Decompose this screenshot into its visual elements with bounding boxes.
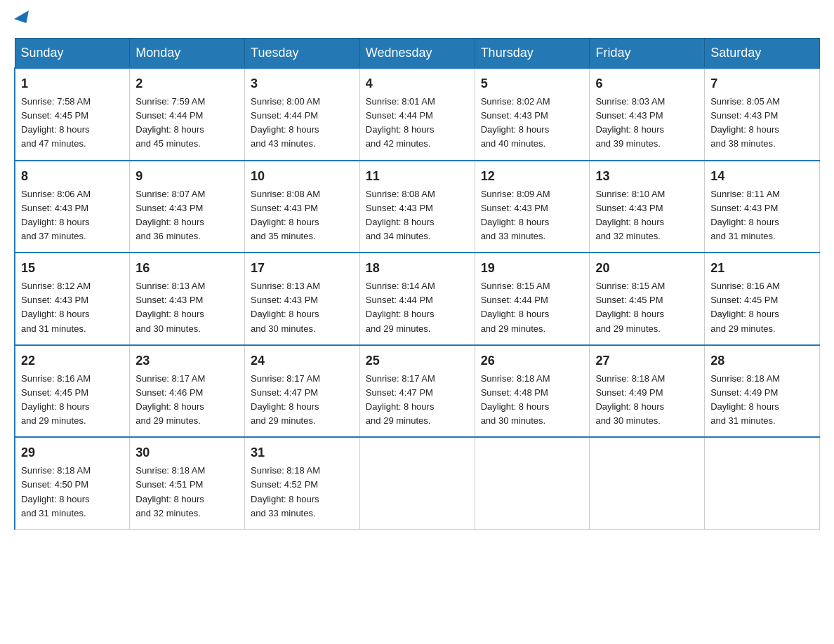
calendar-table: SundayMondayTuesdayWednesdayThursdayFrid… bbox=[14, 38, 820, 530]
day-info: Sunrise: 8:06 AMSunset: 4:43 PMDaylight:… bbox=[21, 189, 91, 241]
calendar-cell: 18Sunrise: 8:14 AMSunset: 4:44 PMDayligh… bbox=[359, 253, 475, 345]
calendar-cell: 2Sunrise: 7:59 AMSunset: 4:44 PMDaylight… bbox=[130, 68, 245, 161]
day-info: Sunrise: 8:10 AMSunset: 4:43 PMDaylight:… bbox=[595, 189, 665, 241]
day-info: Sunrise: 8:11 AMSunset: 4:43 PMDaylight:… bbox=[710, 189, 780, 241]
day-number: 10 bbox=[251, 167, 354, 186]
day-number: 13 bbox=[595, 167, 699, 186]
calendar-cell: 13Sunrise: 8:10 AMSunset: 4:43 PMDayligh… bbox=[590, 161, 705, 253]
day-number: 9 bbox=[135, 167, 239, 186]
calendar-cell: 9Sunrise: 8:07 AMSunset: 4:43 PMDaylight… bbox=[130, 161, 245, 253]
day-number: 18 bbox=[366, 259, 469, 278]
calendar-cell: 21Sunrise: 8:16 AMSunset: 4:45 PMDayligh… bbox=[705, 253, 820, 345]
day-info: Sunrise: 8:14 AMSunset: 4:44 PMDaylight:… bbox=[366, 281, 435, 333]
calendar-header: SundayMondayTuesdayWednesdayThursdayFrid… bbox=[15, 39, 820, 69]
calendar-cell: 31Sunrise: 8:18 AMSunset: 4:52 PMDayligh… bbox=[245, 437, 360, 529]
day-info: Sunrise: 8:17 AMSunset: 4:47 PMDaylight:… bbox=[366, 373, 435, 426]
day-number: 22 bbox=[21, 351, 124, 370]
day-info: Sunrise: 8:08 AMSunset: 4:43 PMDaylight:… bbox=[251, 189, 320, 241]
calendar-cell: 20Sunrise: 8:15 AMSunset: 4:45 PMDayligh… bbox=[590, 253, 705, 345]
calendar-cell bbox=[359, 437, 475, 529]
day-number: 26 bbox=[481, 351, 584, 370]
day-info: Sunrise: 8:17 AMSunset: 4:47 PMDaylight:… bbox=[251, 373, 320, 426]
day-info: Sunrise: 8:18 AMSunset: 4:51 PMDaylight:… bbox=[135, 465, 205, 518]
day-info: Sunrise: 8:12 AMSunset: 4:43 PMDaylight:… bbox=[21, 281, 91, 333]
day-number: 2 bbox=[135, 74, 239, 93]
calendar-week-4: 22Sunrise: 8:16 AMSunset: 4:45 PMDayligh… bbox=[15, 345, 820, 438]
calendar-cell: 11Sunrise: 8:08 AMSunset: 4:43 PMDayligh… bbox=[359, 161, 475, 253]
calendar-week-5: 29Sunrise: 8:18 AMSunset: 4:50 PMDayligh… bbox=[15, 437, 820, 529]
calendar-cell: 8Sunrise: 8:06 AMSunset: 4:43 PMDaylight… bbox=[15, 161, 130, 253]
calendar-cell: 1Sunrise: 7:58 AMSunset: 4:45 PMDaylight… bbox=[15, 68, 130, 161]
day-info: Sunrise: 8:05 AMSunset: 4:43 PMDaylight:… bbox=[710, 96, 780, 149]
calendar-cell: 12Sunrise: 8:09 AMSunset: 4:43 PMDayligh… bbox=[475, 161, 590, 253]
calendar-cell: 14Sunrise: 8:11 AMSunset: 4:43 PMDayligh… bbox=[705, 161, 820, 253]
day-of-week-saturday: Saturday bbox=[705, 39, 820, 69]
day-of-week-thursday: Thursday bbox=[475, 39, 590, 69]
calendar-cell: 30Sunrise: 8:18 AMSunset: 4:51 PMDayligh… bbox=[130, 437, 245, 529]
day-number: 20 bbox=[595, 259, 699, 278]
calendar-cell: 25Sunrise: 8:17 AMSunset: 4:47 PMDayligh… bbox=[359, 345, 475, 438]
day-info: Sunrise: 8:01 AMSunset: 4:44 PMDaylight:… bbox=[366, 96, 435, 149]
page-header bbox=[14, 14, 820, 24]
day-number: 7 bbox=[710, 74, 814, 93]
day-of-week-friday: Friday bbox=[590, 39, 705, 69]
calendar-week-2: 8Sunrise: 8:06 AMSunset: 4:43 PMDaylight… bbox=[15, 161, 820, 253]
calendar-cell: 10Sunrise: 8:08 AMSunset: 4:43 PMDayligh… bbox=[245, 161, 360, 253]
calendar-cell: 24Sunrise: 8:17 AMSunset: 4:47 PMDayligh… bbox=[245, 345, 360, 438]
day-number: 31 bbox=[251, 443, 354, 462]
day-number: 30 bbox=[135, 443, 239, 462]
day-info: Sunrise: 8:18 AMSunset: 4:49 PMDaylight:… bbox=[710, 373, 780, 426]
calendar-cell: 22Sunrise: 8:16 AMSunset: 4:45 PMDayligh… bbox=[15, 345, 130, 438]
day-info: Sunrise: 8:18 AMSunset: 4:52 PMDaylight:… bbox=[251, 465, 320, 518]
day-number: 24 bbox=[251, 351, 354, 370]
day-info: Sunrise: 8:00 AMSunset: 4:44 PMDaylight:… bbox=[251, 96, 320, 149]
day-info: Sunrise: 7:59 AMSunset: 4:44 PMDaylight:… bbox=[135, 96, 205, 149]
day-number: 4 bbox=[366, 74, 469, 93]
day-number: 1 bbox=[21, 74, 124, 93]
calendar-cell bbox=[475, 437, 590, 529]
day-of-week-wednesday: Wednesday bbox=[359, 39, 475, 69]
day-number: 28 bbox=[710, 351, 814, 370]
day-number: 17 bbox=[251, 259, 354, 278]
calendar-cell: 6Sunrise: 8:03 AMSunset: 4:43 PMDaylight… bbox=[590, 68, 705, 161]
day-info: Sunrise: 7:58 AMSunset: 4:45 PMDaylight:… bbox=[21, 96, 91, 149]
logo bbox=[14, 14, 32, 24]
day-info: Sunrise: 8:13 AMSunset: 4:43 PMDaylight:… bbox=[135, 281, 205, 333]
day-number: 15 bbox=[21, 259, 124, 278]
day-of-week-sunday: Sunday bbox=[15, 39, 130, 69]
day-number: 16 bbox=[135, 259, 239, 278]
logo-arrow-icon bbox=[14, 11, 34, 27]
calendar-body: 1Sunrise: 7:58 AMSunset: 4:45 PMDaylight… bbox=[15, 68, 820, 529]
day-number: 25 bbox=[366, 351, 469, 370]
calendar-cell: 7Sunrise: 8:05 AMSunset: 4:43 PMDaylight… bbox=[705, 68, 820, 161]
day-info: Sunrise: 8:17 AMSunset: 4:46 PMDaylight:… bbox=[135, 373, 205, 426]
calendar-cell bbox=[705, 437, 820, 529]
day-number: 5 bbox=[481, 74, 584, 93]
day-of-week-monday: Monday bbox=[130, 39, 245, 69]
day-info: Sunrise: 8:02 AMSunset: 4:43 PMDaylight:… bbox=[481, 96, 550, 149]
calendar-week-3: 15Sunrise: 8:12 AMSunset: 4:43 PMDayligh… bbox=[15, 253, 820, 345]
day-info: Sunrise: 8:03 AMSunset: 4:43 PMDaylight:… bbox=[595, 96, 665, 149]
day-number: 3 bbox=[251, 74, 354, 93]
calendar-cell: 3Sunrise: 8:00 AMSunset: 4:44 PMDaylight… bbox=[245, 68, 360, 161]
calendar-cell: 5Sunrise: 8:02 AMSunset: 4:43 PMDaylight… bbox=[475, 68, 590, 161]
day-number: 19 bbox=[481, 259, 584, 278]
day-info: Sunrise: 8:09 AMSunset: 4:43 PMDaylight:… bbox=[481, 189, 550, 241]
day-info: Sunrise: 8:16 AMSunset: 4:45 PMDaylight:… bbox=[21, 373, 91, 426]
day-info: Sunrise: 8:13 AMSunset: 4:43 PMDaylight:… bbox=[251, 281, 320, 333]
calendar-week-1: 1Sunrise: 7:58 AMSunset: 4:45 PMDaylight… bbox=[15, 68, 820, 161]
day-of-week-tuesday: Tuesday bbox=[245, 39, 360, 69]
day-info: Sunrise: 8:15 AMSunset: 4:44 PMDaylight:… bbox=[481, 281, 550, 333]
day-number: 29 bbox=[21, 443, 124, 462]
calendar-cell: 23Sunrise: 8:17 AMSunset: 4:46 PMDayligh… bbox=[130, 345, 245, 438]
day-number: 12 bbox=[481, 167, 584, 186]
day-info: Sunrise: 8:18 AMSunset: 4:49 PMDaylight:… bbox=[595, 373, 665, 426]
calendar-cell: 16Sunrise: 8:13 AMSunset: 4:43 PMDayligh… bbox=[130, 253, 245, 345]
day-number: 27 bbox=[595, 351, 699, 370]
calendar-cell: 15Sunrise: 8:12 AMSunset: 4:43 PMDayligh… bbox=[15, 253, 130, 345]
day-number: 21 bbox=[710, 259, 814, 278]
day-info: Sunrise: 8:08 AMSunset: 4:43 PMDaylight:… bbox=[366, 189, 435, 241]
day-info: Sunrise: 8:18 AMSunset: 4:50 PMDaylight:… bbox=[21, 465, 91, 518]
day-number: 6 bbox=[595, 74, 699, 93]
calendar-cell: 19Sunrise: 8:15 AMSunset: 4:44 PMDayligh… bbox=[475, 253, 590, 345]
